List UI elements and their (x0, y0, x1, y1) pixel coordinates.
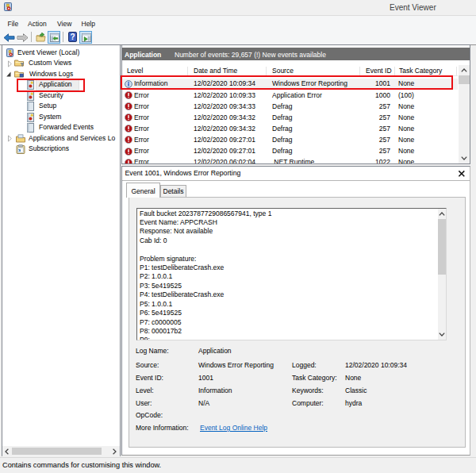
svg-text:?: ? (70, 33, 75, 41)
